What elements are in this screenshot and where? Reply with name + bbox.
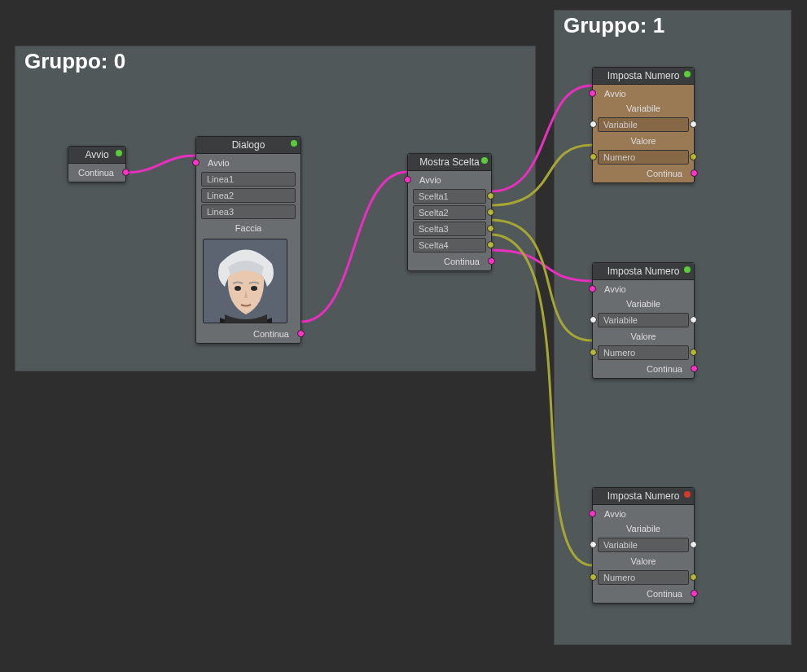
scelta1-text: Scelta1 [419, 191, 449, 201]
imposta2-var-field[interactable]: Variabile [598, 313, 689, 327]
status-icon [481, 157, 488, 164]
imposta3-var-hdr: Variabile [593, 521, 694, 536]
node-dialogo[interactable]: Dialogo Avvio Linea1 Linea2 Linea3 Facci… [195, 136, 301, 344]
imposta2-title: Imposta Numero [607, 266, 680, 277]
linea3-field[interactable]: Linea3 [201, 204, 296, 219]
imposta1-avvio-label: Avvio [604, 89, 626, 99]
num-in-socket[interactable] [590, 153, 597, 160]
num-out-socket[interactable] [690, 349, 697, 356]
socket-in[interactable] [589, 90, 596, 97]
socket-in[interactable] [192, 159, 200, 166]
socket-in[interactable] [589, 285, 596, 292]
imposta2-continua: Continua [593, 362, 694, 376]
scelta3-socket[interactable] [487, 225, 494, 232]
svg-point-2 [251, 286, 257, 291]
var-out-socket[interactable] [690, 316, 697, 323]
scelta4-text: Scelta4 [419, 240, 449, 250]
imposta3-continua-label: Continua [647, 589, 682, 599]
dialogo-continua-label: Continua [253, 329, 289, 339]
avvio-title: Avvio [85, 149, 108, 160]
node-avvio[interactable]: Avvio Continua [68, 146, 126, 182]
socket-in[interactable] [589, 510, 596, 517]
status-icon [291, 140, 297, 147]
dialogo-header[interactable]: Dialogo [196, 137, 300, 154]
imposta2-num-field[interactable]: Numero [598, 345, 689, 360]
face-image[interactable] [203, 239, 287, 323]
scelta3-text: Scelta3 [419, 224, 449, 234]
group-0-title: Gruppo: 0 [24, 49, 125, 74]
linea1-field[interactable]: Linea1 [201, 172, 296, 187]
scelta3-field[interactable]: Scelta3 [413, 222, 486, 236]
imposta2-avvio-label: Avvio [604, 284, 626, 294]
status-icon [684, 266, 691, 273]
dialogo-avvio: Avvio [196, 156, 300, 170]
socket-out[interactable] [691, 590, 698, 597]
imposta1-var-text: Variabile [603, 120, 638, 130]
status-icon [684, 71, 691, 77]
imposta3-title: Imposta Numero [607, 490, 680, 502]
var-in-socket[interactable] [590, 121, 597, 128]
socket-out[interactable] [691, 365, 698, 372]
avvio-header[interactable]: Avvio [68, 147, 125, 164]
imposta2-var-text: Variabile [603, 315, 638, 325]
imposta3-num-field[interactable]: Numero [598, 570, 689, 585]
imposta3-var-text: Variabile [603, 540, 638, 550]
socket-out[interactable] [122, 169, 129, 176]
socket-out[interactable] [691, 169, 698, 177]
node-imposta-3[interactable]: Imposta Numero Avvio Variabile Variabile… [592, 487, 695, 604]
imposta2-avvio: Avvio [593, 282, 694, 296]
socket-out[interactable] [297, 330, 305, 337]
linea2-field[interactable]: Linea2 [201, 188, 296, 203]
num-in-socket[interactable] [590, 573, 597, 581]
scelta1-socket[interactable] [487, 192, 494, 200]
imposta2-var-hdr: Variabile [593, 296, 694, 311]
imposta1-continua-label: Continua [647, 169, 682, 178]
imposta1-header[interactable]: Imposta Numero [593, 68, 694, 85]
scelta4-field[interactable]: Scelta4 [413, 238, 486, 253]
var-out-socket[interactable] [690, 121, 697, 128]
imposta2-val-hdr: Valore [593, 329, 694, 344]
node-imposta-2[interactable]: Imposta Numero Avvio Variabile Variabile… [592, 262, 695, 379]
var-out-socket[interactable] [690, 541, 697, 548]
faccia-label: Faccia [196, 221, 300, 235]
num-out-socket[interactable] [690, 153, 697, 160]
num-out-socket[interactable] [690, 573, 697, 581]
scelta-title: Mostra Scelta [419, 156, 479, 168]
socket-out[interactable] [488, 257, 495, 265]
scelta2-socket[interactable] [487, 209, 494, 216]
socket-in[interactable] [404, 176, 411, 183]
avvio-continua-label: Continua [78, 168, 114, 178]
scelta2-field[interactable]: Scelta2 [413, 205, 486, 220]
node-scelta[interactable]: Mostra Scelta Avvio Scelta1 Scelta2 Scel… [407, 153, 492, 271]
imposta3-avvio-label: Avvio [604, 509, 626, 519]
var-in-socket[interactable] [590, 316, 597, 323]
imposta1-val-hdr: Valore [593, 134, 694, 148]
imposta3-var-field[interactable]: Variabile [598, 538, 689, 552]
imposta1-num-field[interactable]: Numero [598, 150, 689, 165]
imposta1-title: Imposta Numero [607, 70, 680, 81]
svg-point-1 [235, 286, 241, 291]
status-icon [116, 150, 122, 156]
scelta-continua: Continua [408, 254, 491, 269]
imposta3-header[interactable]: Imposta Numero [593, 488, 694, 505]
num-in-socket[interactable] [590, 349, 597, 356]
imposta3-val-hdr: Valore [593, 554, 694, 569]
imposta2-header[interactable]: Imposta Numero [593, 263, 694, 280]
var-in-socket[interactable] [590, 541, 597, 548]
dialogo-continua: Continua [196, 327, 300, 341]
imposta1-avvio: Avvio [593, 86, 694, 101]
scelta4-socket[interactable] [487, 241, 494, 248]
imposta1-var-field[interactable]: Variabile [598, 117, 689, 132]
dialogo-title: Dialogo [232, 139, 265, 151]
scelta1-field[interactable]: Scelta1 [413, 189, 486, 204]
imposta1-var-hdr: Variabile [593, 101, 694, 116]
imposta3-continua: Continua [593, 586, 694, 601]
scelta2-text: Scelta2 [419, 208, 449, 217]
dialogo-avvio-label: Avvio [208, 158, 230, 168]
node-imposta-1[interactable]: Imposta Numero Avvio Variabile Variabile… [592, 67, 695, 183]
status-icon [684, 491, 691, 498]
scelta-header[interactable]: Mostra Scelta [408, 154, 491, 171]
imposta1-continua: Continua [593, 166, 694, 181]
imposta2-continua-label: Continua [647, 364, 682, 374]
imposta2-num-text: Numero [603, 348, 635, 358]
